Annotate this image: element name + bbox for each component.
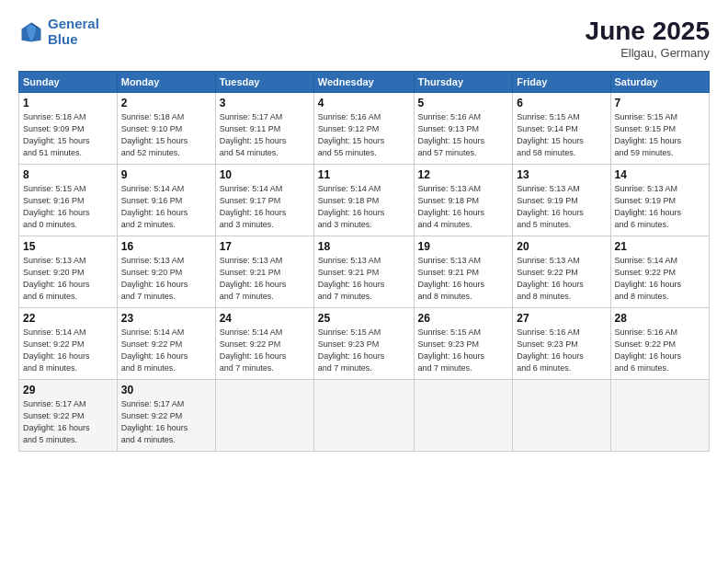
table-row xyxy=(313,380,414,452)
col-wednesday: Wednesday xyxy=(313,72,414,93)
day-number: 7 xyxy=(615,97,705,109)
table-row: 7Sunrise: 5:15 AMSunset: 9:15 PMDaylight… xyxy=(610,93,709,165)
day-number: 15 xyxy=(23,240,113,253)
day-number: 18 xyxy=(318,240,410,253)
day-number: 27 xyxy=(517,312,606,325)
table-row: 28Sunrise: 5:16 AMSunset: 9:22 PMDayligh… xyxy=(610,308,709,380)
day-info: Sunrise: 5:18 AMSunset: 9:09 PMDaylight:… xyxy=(23,112,90,157)
day-info: Sunrise: 5:15 AMSunset: 9:16 PMDaylight:… xyxy=(23,184,90,229)
day-number: 6 xyxy=(517,97,606,109)
calendar-body: 1Sunrise: 5:18 AMSunset: 9:09 PMDaylight… xyxy=(19,93,710,452)
table-row: 9Sunrise: 5:14 AMSunset: 9:16 PMDaylight… xyxy=(117,165,215,236)
day-number: 25 xyxy=(318,312,410,325)
day-number: 2 xyxy=(121,97,211,109)
location: Ellgau, Germany xyxy=(586,46,710,60)
table-row: 15Sunrise: 5:13 AMSunset: 9:20 PMDayligh… xyxy=(19,236,118,308)
day-number: 23 xyxy=(121,312,211,325)
col-friday: Friday xyxy=(513,72,610,93)
day-number: 19 xyxy=(418,240,509,253)
month-title: June 2025 xyxy=(586,17,710,46)
table-row: 8Sunrise: 5:15 AMSunset: 9:16 PMDaylight… xyxy=(19,165,118,236)
table-row: 6Sunrise: 5:15 AMSunset: 9:14 PMDaylight… xyxy=(513,93,610,165)
table-row xyxy=(414,380,513,452)
day-info: Sunrise: 5:14 AMSunset: 9:22 PMDaylight:… xyxy=(220,327,287,373)
col-saturday: Saturday xyxy=(610,72,709,93)
table-row: 3Sunrise: 5:17 AMSunset: 9:11 PMDaylight… xyxy=(215,93,313,165)
day-info: Sunrise: 5:16 AMSunset: 9:23 PMDaylight:… xyxy=(517,327,584,373)
day-number: 16 xyxy=(121,240,211,253)
logo-line1: General xyxy=(48,16,99,31)
calendar-week-row: 15Sunrise: 5:13 AMSunset: 9:20 PMDayligh… xyxy=(19,236,710,308)
day-info: Sunrise: 5:13 AMSunset: 9:22 PMDaylight:… xyxy=(517,256,584,301)
table-row: 16Sunrise: 5:13 AMSunset: 9:20 PMDayligh… xyxy=(117,236,215,308)
table-row: 20Sunrise: 5:13 AMSunset: 9:22 PMDayligh… xyxy=(513,236,610,308)
table-row: 22Sunrise: 5:14 AMSunset: 9:22 PMDayligh… xyxy=(19,308,118,380)
table-row: 25Sunrise: 5:15 AMSunset: 9:23 PMDayligh… xyxy=(313,308,414,380)
logo-text: General Blue xyxy=(48,17,99,47)
calendar-table: Sunday Monday Tuesday Wednesday Thursday… xyxy=(18,71,710,452)
day-info: Sunrise: 5:15 AMSunset: 9:15 PMDaylight:… xyxy=(615,112,682,157)
logo-icon xyxy=(18,19,44,45)
table-row: 5Sunrise: 5:16 AMSunset: 9:13 PMDaylight… xyxy=(414,93,513,165)
day-info: Sunrise: 5:14 AMSunset: 9:16 PMDaylight:… xyxy=(121,184,188,229)
day-number: 29 xyxy=(23,384,113,396)
day-info: Sunrise: 5:13 AMSunset: 9:20 PMDaylight:… xyxy=(121,256,188,301)
day-info: Sunrise: 5:13 AMSunset: 9:18 PMDaylight:… xyxy=(418,184,485,229)
day-info: Sunrise: 5:15 AMSunset: 9:23 PMDaylight:… xyxy=(318,327,385,373)
table-row: 24Sunrise: 5:14 AMSunset: 9:22 PMDayligh… xyxy=(215,308,313,380)
logo: General Blue xyxy=(18,17,99,47)
day-number: 13 xyxy=(517,168,606,181)
table-row xyxy=(610,380,709,452)
table-row xyxy=(215,380,313,452)
calendar-week-row: 29Sunrise: 5:17 AMSunset: 9:22 PMDayligh… xyxy=(19,380,710,452)
day-info: Sunrise: 5:13 AMSunset: 9:19 PMDaylight:… xyxy=(517,184,584,229)
header: General Blue June 2025 Ellgau, Germany xyxy=(18,17,710,60)
table-row: 26Sunrise: 5:15 AMSunset: 9:23 PMDayligh… xyxy=(414,308,513,380)
day-info: Sunrise: 5:14 AMSunset: 9:22 PMDaylight:… xyxy=(615,256,682,301)
day-number: 26 xyxy=(418,312,509,325)
day-number: 22 xyxy=(23,312,113,325)
day-number: 28 xyxy=(615,312,705,325)
day-info: Sunrise: 5:17 AMSunset: 9:22 PMDaylight:… xyxy=(23,399,90,444)
day-info: Sunrise: 5:17 AMSunset: 9:11 PMDaylight:… xyxy=(220,112,287,157)
table-row: 18Sunrise: 5:13 AMSunset: 9:21 PMDayligh… xyxy=(313,236,414,308)
calendar-week-row: 8Sunrise: 5:15 AMSunset: 9:16 PMDaylight… xyxy=(19,165,710,236)
table-row: 30Sunrise: 5:17 AMSunset: 9:22 PMDayligh… xyxy=(117,380,215,452)
day-info: Sunrise: 5:16 AMSunset: 9:22 PMDaylight:… xyxy=(615,327,682,373)
col-thursday: Thursday xyxy=(414,72,513,93)
col-monday: Monday xyxy=(117,72,215,93)
day-info: Sunrise: 5:13 AMSunset: 9:20 PMDaylight:… xyxy=(23,256,90,301)
calendar-week-row: 22Sunrise: 5:14 AMSunset: 9:22 PMDayligh… xyxy=(19,308,710,380)
table-row: 13Sunrise: 5:13 AMSunset: 9:19 PMDayligh… xyxy=(513,165,610,236)
table-row: 14Sunrise: 5:13 AMSunset: 9:19 PMDayligh… xyxy=(610,165,709,236)
calendar-week-row: 1Sunrise: 5:18 AMSunset: 9:09 PMDaylight… xyxy=(19,93,710,165)
table-row: 1Sunrise: 5:18 AMSunset: 9:09 PMDaylight… xyxy=(19,93,118,165)
table-row: 12Sunrise: 5:13 AMSunset: 9:18 PMDayligh… xyxy=(414,165,513,236)
table-row: 11Sunrise: 5:14 AMSunset: 9:18 PMDayligh… xyxy=(313,165,414,236)
day-info: Sunrise: 5:16 AMSunset: 9:12 PMDaylight:… xyxy=(318,112,385,157)
day-info: Sunrise: 5:16 AMSunset: 9:13 PMDaylight:… xyxy=(418,112,485,157)
day-info: Sunrise: 5:18 AMSunset: 9:10 PMDaylight:… xyxy=(121,112,188,157)
table-row: 19Sunrise: 5:13 AMSunset: 9:21 PMDayligh… xyxy=(414,236,513,308)
day-number: 3 xyxy=(220,97,310,109)
weekday-header-row: Sunday Monday Tuesday Wednesday Thursday… xyxy=(19,72,710,93)
col-sunday: Sunday xyxy=(19,72,118,93)
day-info: Sunrise: 5:14 AMSunset: 9:22 PMDaylight:… xyxy=(121,327,188,373)
day-info: Sunrise: 5:13 AMSunset: 9:21 PMDaylight:… xyxy=(318,256,385,301)
day-number: 9 xyxy=(121,168,211,181)
logo-line2: Blue xyxy=(48,31,78,47)
day-number: 14 xyxy=(615,168,705,181)
day-info: Sunrise: 5:13 AMSunset: 9:21 PMDaylight:… xyxy=(220,256,287,301)
day-number: 10 xyxy=(220,168,310,181)
day-number: 30 xyxy=(121,384,211,396)
table-row: 27Sunrise: 5:16 AMSunset: 9:23 PMDayligh… xyxy=(513,308,610,380)
table-row: 23Sunrise: 5:14 AMSunset: 9:22 PMDayligh… xyxy=(117,308,215,380)
table-row: 29Sunrise: 5:17 AMSunset: 9:22 PMDayligh… xyxy=(19,380,118,452)
day-info: Sunrise: 5:13 AMSunset: 9:19 PMDaylight:… xyxy=(615,184,682,229)
day-number: 24 xyxy=(220,312,310,325)
day-number: 8 xyxy=(23,168,113,181)
day-number: 12 xyxy=(418,168,509,181)
day-info: Sunrise: 5:15 AMSunset: 9:14 PMDaylight:… xyxy=(517,112,584,157)
day-info: Sunrise: 5:17 AMSunset: 9:22 PMDaylight:… xyxy=(121,399,188,444)
day-number: 21 xyxy=(615,240,705,253)
